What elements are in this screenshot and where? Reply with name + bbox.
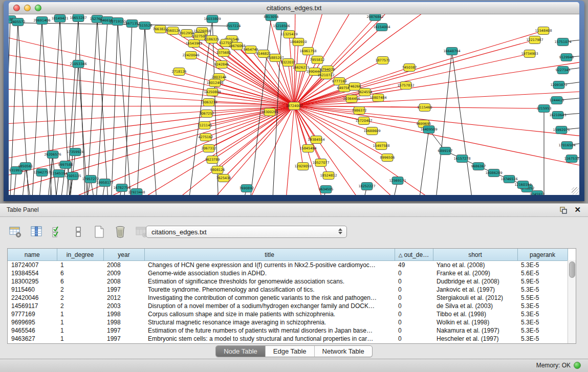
network-node[interactable]: 746266	[349, 83, 361, 91]
network-node[interactable]: 7986372	[352, 107, 367, 115]
cell-out_degree[interactable]: 0	[395, 302, 433, 310]
cell-short[interactable]: Yano et al. (2008)	[433, 261, 517, 270]
cell-year[interactable]: 1998	[103, 310, 144, 318]
cell-out_degree[interactable]: 0	[395, 335, 433, 343]
network-node[interactable]: 8813054	[264, 14, 279, 21]
tab-node-table[interactable]: Node Table	[216, 346, 266, 357]
cell-name[interactable]: 18300295	[8, 277, 57, 286]
network-node[interactable]: 9808126	[210, 166, 225, 174]
table-row[interactable]: 1456911722003Disruption of a novel membe…	[8, 302, 568, 310]
network-node[interactable]: 12093872	[550, 81, 567, 89]
cell-in_degree[interactable]: 2	[57, 294, 103, 302]
cell-pagerank[interactable]: 5.3E-5	[517, 318, 568, 326]
cell-short[interactable]: Jankovic et al. (1997)	[433, 286, 517, 294]
cell-short[interactable]: Dudbridge et al. (2008)	[433, 277, 517, 286]
table-row[interactable]: 2242004622012Investigating the contribut…	[8, 294, 568, 302]
network-node[interactable]: 11548408	[535, 27, 552, 35]
network-node[interactable]: 8454749	[244, 46, 258, 54]
table-row[interactable]: 911546021997Tourette syndrome. Phenomeno…	[8, 286, 568, 294]
cell-name[interactable]: 22420046	[8, 294, 57, 302]
table-vertical-scrollbar[interactable]	[568, 260, 576, 343]
network-node[interactable]: 9560124	[166, 27, 181, 35]
network-node[interactable]: 3624554	[358, 89, 373, 96]
column-chooser-icon[interactable]	[29, 225, 43, 239]
cell-year[interactable]: 2012	[103, 294, 144, 302]
network-node[interactable]: 10807484	[369, 94, 386, 102]
network-node[interactable]: 16154004	[373, 24, 390, 31]
table-row[interactable]: 946362711997Embryonic stem cells: a mode…	[8, 335, 568, 343]
network-node[interactable]: 9146821	[256, 50, 271, 58]
network-canvas[interactable]: 1872400776638229560124891295415226058932…	[9, 14, 579, 195]
network-node[interactable]: 7515526	[138, 22, 153, 30]
table-row[interactable]: 1938455462009Genome-wide association stu…	[8, 269, 568, 277]
cell-title[interactable]: Genome-wide association studies in ADHD.	[144, 269, 395, 277]
cell-year[interactable]: 1998	[103, 318, 144, 326]
cell-title[interactable]: Structural magnetic resonance image aver…	[144, 318, 395, 326]
network-node[interactable]: 8322037	[281, 59, 296, 67]
network-node[interactable]: 2718126	[172, 68, 187, 76]
cell-year[interactable]: 2008	[103, 261, 144, 270]
network-node[interactable]: 19734903	[521, 50, 538, 58]
tab-network-table[interactable]: Network Table	[315, 346, 372, 357]
select-all-icon[interactable]	[50, 225, 64, 239]
cell-year[interactable]: 1997	[103, 286, 144, 294]
cell-short[interactable]: Wolkin et al. (1998)	[433, 318, 517, 326]
cell-name[interactable]: 9465546	[8, 326, 57, 335]
network-node[interactable]: 3215953	[537, 105, 552, 113]
network-node[interactable]: 9129946	[559, 54, 574, 61]
cell-pagerank[interactable]: 5.3E-5	[517, 261, 568, 270]
table-row[interactable]: 946554611997Estimation of the future num…	[8, 326, 568, 335]
network-node[interactable]: 8996506	[380, 154, 395, 162]
network-node[interactable]: 12942757	[33, 169, 50, 177]
column-header-short[interactable]: short	[433, 249, 517, 261]
canvas-resize-grip[interactable]	[572, 187, 579, 194]
table-row[interactable]: 969969511998Structural magnetic resonanc…	[8, 318, 568, 326]
network-node[interactable]: 10653287	[70, 14, 86, 22]
cell-short[interactable]: Hescheler et al. (1997)	[433, 335, 517, 343]
network-node[interactable]: 9850561	[18, 163, 33, 170]
network-node[interactable]: 18640910	[290, 38, 307, 46]
table-selector-dropdown[interactable]: citations_edges.txt	[146, 226, 347, 238]
column-header-out_degree[interactable]: △out_de…	[395, 249, 433, 261]
network-node[interactable]: 20876842	[366, 14, 383, 21]
network-node[interactable]: 7450387	[402, 64, 417, 72]
network-node[interactable]: 9242845	[214, 61, 229, 69]
cell-out_degree[interactable]: 0	[395, 269, 433, 277]
network-node[interactable]: 1244415	[550, 97, 564, 104]
network-window-titlebar[interactable]: citations_edges.txt	[9, 2, 579, 14]
cell-in_degree[interactable]: 2	[57, 302, 103, 310]
new-table-icon[interactable]	[92, 225, 106, 239]
float-panel-icon[interactable]	[559, 206, 568, 214]
cell-year[interactable]: 1997	[103, 335, 144, 343]
network-node[interactable]: 16961758	[299, 48, 316, 55]
network-node[interactable]: 1877571	[376, 57, 390, 64]
cell-name[interactable]: 19384554	[8, 269, 57, 277]
network-node[interactable]: 12929059	[294, 163, 311, 170]
cell-title[interactable]: Disruption of a novel member of a sodium…	[144, 302, 395, 310]
network-node[interactable]: 9327508	[192, 33, 207, 40]
cell-title[interactable]: Investigating the contribution of common…	[144, 294, 395, 302]
cell-pagerank[interactable]: 5.3E-5	[517, 286, 568, 294]
cell-short[interactable]: Tibbo et al. (1998)	[433, 310, 517, 318]
cell-pagerank[interactable]: 5.5E-5	[517, 294, 568, 302]
tab-edge-table[interactable]: Edge Table	[266, 346, 315, 357]
cell-short[interactable]: Nakamura et al. (1997)	[433, 326, 517, 335]
network-node[interactable]: 16648794	[443, 48, 460, 55]
cell-in_degree[interactable]: 1	[57, 318, 103, 326]
network-node[interactable]: 7955812	[310, 56, 325, 64]
cell-name[interactable]: 9699695	[8, 318, 57, 326]
clear-selection-icon[interactable]	[71, 225, 85, 239]
network-node[interactable]: 7625438	[216, 174, 231, 182]
network-node[interactable]: 15720407	[355, 117, 372, 125]
cell-name[interactable]: 14569117	[8, 302, 57, 310]
network-node[interactable]: 9997588	[58, 161, 73, 169]
cell-name[interactable]: 9115460	[8, 286, 57, 294]
cell-pagerank[interactable]: 5.9E-5	[517, 277, 568, 286]
scrollbar-thumb[interactable]	[569, 261, 575, 278]
cell-in_degree[interactable]: 6	[57, 277, 103, 286]
network-node[interactable]: 9686367	[471, 163, 486, 170]
delete-table-icon[interactable]	[113, 225, 127, 239]
network-node[interactable]: 19958177	[96, 179, 113, 187]
network-node[interactable]: 3067257	[200, 110, 214, 118]
cell-out_degree[interactable]: 0	[395, 286, 433, 294]
